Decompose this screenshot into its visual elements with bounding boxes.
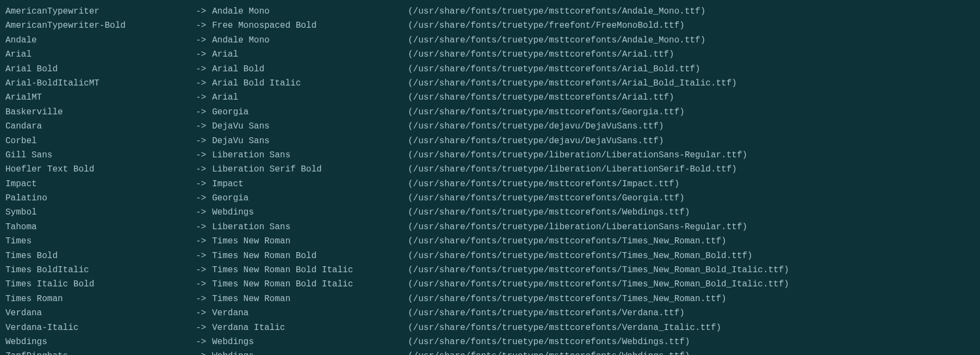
- source-font: Arial-BoldItalicMT: [5, 76, 196, 90]
- font-path: (/usr/share/fonts/truetype/msttcorefonts…: [408, 321, 721, 335]
- font-mapping-line: Gill Sans->Liberation Sans(/usr/share/fo…: [5, 148, 975, 162]
- target-font: DejaVu Sans: [212, 134, 408, 148]
- font-path: (/usr/share/fonts/truetype/msttcorefonts…: [408, 33, 705, 47]
- source-font: Candara: [5, 119, 196, 133]
- font-mapping-line: Corbel->DejaVu Sans(/usr/share/fonts/tru…: [5, 134, 975, 148]
- target-font: Times New Roman Bold Italic: [212, 277, 408, 291]
- source-font: Baskerville: [5, 105, 196, 119]
- arrow-icon: ->: [196, 277, 212, 291]
- target-font: Andale Mono: [212, 4, 408, 19]
- font-path: (/usr/share/fonts/truetype/msttcorefonts…: [408, 335, 690, 349]
- font-path: (/usr/share/fonts/truetype/msttcorefonts…: [408, 277, 789, 291]
- font-path: (/usr/share/fonts/truetype/msttcorefonts…: [408, 90, 674, 105]
- font-mapping-line: Impact->Impact(/usr/share/fonts/truetype…: [5, 177, 975, 191]
- target-font: Webdings: [212, 335, 408, 349]
- source-font: Corbel: [5, 134, 196, 148]
- source-font: Times BoldItalic: [5, 263, 196, 277]
- font-mapping-line: AmericanTypewriter->Andale Mono(/usr/sha…: [5, 4, 975, 19]
- font-mapping-line: Arial Bold->Arial Bold(/usr/share/fonts/…: [5, 62, 975, 76]
- font-path: (/usr/share/fonts/truetype/liberation/Li…: [408, 148, 747, 162]
- font-mapping-line: Times Italic Bold->Times New Roman Bold …: [5, 277, 975, 291]
- source-font: ArialMT: [5, 90, 196, 105]
- target-font: Times New Roman Bold Italic: [212, 263, 408, 277]
- arrow-icon: ->: [196, 105, 212, 119]
- font-path: (/usr/share/fonts/truetype/freefont/Free…: [408, 19, 685, 33]
- font-mapping-line: Verdana->Verdana(/usr/share/fonts/truety…: [5, 306, 975, 320]
- target-font: Verdana Italic: [212, 321, 408, 335]
- target-font: Webdings: [212, 205, 408, 219]
- arrow-icon: ->: [196, 4, 212, 19]
- font-mapping-line: Webdings->Webdings(/usr/share/fonts/true…: [5, 335, 975, 349]
- target-font: Liberation Serif Bold: [212, 162, 408, 176]
- target-font: Arial: [212, 90, 408, 105]
- target-font: Georgia: [212, 105, 408, 119]
- target-font: Free Monospaced Bold: [212, 19, 408, 33]
- arrow-icon: ->: [196, 249, 212, 263]
- target-font: Times New Roman: [212, 292, 408, 306]
- font-mapping-line: Times Roman->Times New Roman(/usr/share/…: [5, 292, 975, 306]
- font-mapping-line: Arial->Arial(/usr/share/fonts/truetype/m…: [5, 47, 975, 62]
- arrow-icon: ->: [196, 234, 212, 248]
- font-path: (/usr/share/fonts/truetype/msttcorefonts…: [408, 4, 705, 19]
- font-mapping-line: Arial-BoldItalicMT->Arial Bold Italic(/u…: [5, 76, 975, 90]
- arrow-icon: ->: [196, 19, 212, 33]
- target-font: Times New Roman: [212, 234, 408, 248]
- source-font: Arial: [5, 47, 196, 62]
- font-mapping-line: Times->Times New Roman(/usr/share/fonts/…: [5, 234, 975, 248]
- source-font: AmericanTypewriter: [5, 4, 196, 19]
- source-font: AmericanTypewriter-Bold: [5, 19, 196, 33]
- font-path: (/usr/share/fonts/truetype/msttcorefonts…: [408, 191, 685, 205]
- font-path: (/usr/share/fonts/truetype/msttcorefonts…: [408, 306, 685, 320]
- source-font: Verdana-Italic: [5, 321, 196, 335]
- font-path: (/usr/share/fonts/truetype/dejavu/DejaVu…: [408, 119, 663, 133]
- arrow-icon: ->: [196, 47, 212, 62]
- target-font: Arial: [212, 47, 408, 62]
- arrow-icon: ->: [196, 191, 212, 205]
- target-font: Andale Mono: [212, 33, 408, 47]
- arrow-icon: ->: [196, 148, 212, 162]
- terminal-output[interactable]: AmericanTypewriter->Andale Mono(/usr/sha…: [5, 4, 975, 355]
- arrow-icon: ->: [196, 263, 212, 277]
- font-mapping-line: Andale->Andale Mono(/usr/share/fonts/tru…: [5, 33, 975, 47]
- font-path: (/usr/share/fonts/truetype/msttcorefonts…: [408, 76, 737, 90]
- arrow-icon: ->: [196, 62, 212, 76]
- font-mapping-line: Verdana-Italic->Verdana Italic(/usr/shar…: [5, 321, 975, 335]
- arrow-icon: ->: [196, 33, 212, 47]
- source-font: Impact: [5, 177, 196, 191]
- target-font: Verdana: [212, 306, 408, 320]
- arrow-icon: ->: [196, 76, 212, 90]
- source-font: Times Italic Bold: [5, 277, 196, 291]
- font-mapping-line: Palatino->Georgia(/usr/share/fonts/truet…: [5, 191, 975, 205]
- target-font: Impact: [212, 177, 408, 191]
- font-mapping-line: Hoefler Text Bold->Liberation Serif Bold…: [5, 162, 975, 176]
- source-font: Arial Bold: [5, 62, 196, 76]
- font-mapping-line: Symbol->Webdings(/usr/share/fonts/truety…: [5, 205, 975, 219]
- target-font: Arial Bold: [212, 62, 408, 76]
- arrow-icon: ->: [196, 349, 212, 355]
- font-path: (/usr/share/fonts/truetype/liberation/Li…: [408, 220, 747, 234]
- target-font: Arial Bold Italic: [212, 76, 408, 90]
- font-path: (/usr/share/fonts/truetype/msttcorefonts…: [408, 349, 690, 355]
- source-font: ZapfDingbats: [5, 349, 196, 355]
- source-font: Times: [5, 234, 196, 248]
- font-mapping-line: Times Bold->Times New Roman Bold(/usr/sh…: [5, 249, 975, 263]
- font-path: (/usr/share/fonts/truetype/msttcorefonts…: [408, 205, 690, 219]
- source-font: Hoefler Text Bold: [5, 162, 196, 176]
- target-font: Liberation Sans: [212, 148, 408, 162]
- arrow-icon: ->: [196, 321, 212, 335]
- arrow-icon: ->: [196, 119, 212, 133]
- font-mapping-line: Candara->DejaVu Sans(/usr/share/fonts/tr…: [5, 119, 975, 133]
- font-mapping-line: AmericanTypewriter-Bold->Free Monospaced…: [5, 19, 975, 33]
- arrow-icon: ->: [196, 177, 212, 191]
- font-path: (/usr/share/fonts/truetype/msttcorefonts…: [408, 105, 685, 119]
- arrow-icon: ->: [196, 90, 212, 105]
- target-font: Georgia: [212, 191, 408, 205]
- target-font: Liberation Sans: [212, 220, 408, 234]
- source-font: Tahoma: [5, 220, 196, 234]
- font-path: (/usr/share/fonts/truetype/msttcorefonts…: [408, 62, 700, 76]
- arrow-icon: ->: [196, 134, 212, 148]
- font-mapping-line: ZapfDingbats->Webdings(/usr/share/fonts/…: [5, 349, 975, 355]
- font-mapping-line: Times BoldItalic->Times New Roman Bold I…: [5, 263, 975, 277]
- font-path: (/usr/share/fonts/truetype/msttcorefonts…: [408, 234, 727, 248]
- source-font: Andale: [5, 33, 196, 47]
